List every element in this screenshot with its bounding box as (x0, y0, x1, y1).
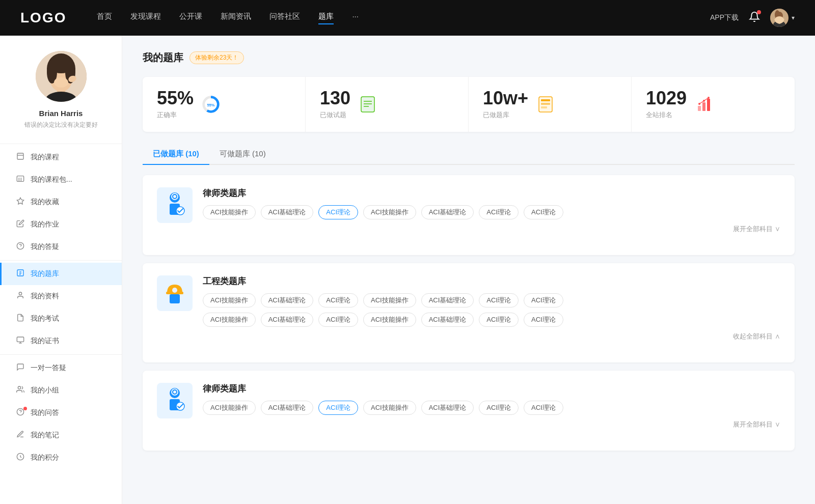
tag-eng-2-3[interactable]: ACI技能操作 (363, 313, 416, 327)
qbank-card-lawyer-1-header: 律师类题库 ACI技能操作 ACI基础理论 ACI理论 ACI技能操作 ACI基… (157, 187, 780, 234)
tag-eng-2-0[interactable]: ACI技能操作 (203, 313, 256, 327)
tag-eng-1-2[interactable]: ACI理论 (318, 293, 358, 307)
svg-rect-47 (541, 103, 550, 105)
sidebar-item-one-on-one[interactable]: 一对一答疑 (0, 357, 122, 379)
points-icon (15, 453, 25, 463)
sidebar-item-my-qa[interactable]: 我的问答 (0, 402, 122, 424)
trial-badge: 体验剩余23天！ (189, 51, 244, 64)
sidebar-item-group[interactable]: 我的小组 (0, 379, 122, 402)
tag-lawyer-1-4[interactable]: ACI基础理论 (421, 205, 474, 219)
header: LOGO 首页 发现课程 公开课 新闻资讯 问答社区 题库 ··· APP下载 (0, 0, 815, 36)
user-avatar-container[interactable]: ▾ (770, 9, 795, 27)
tag-eng-2-1[interactable]: ACI基础理论 (261, 313, 314, 327)
sidebar-label-profile: 我的资料 (31, 292, 59, 301)
notes-icon (15, 430, 25, 440)
notification-bell[interactable] (749, 11, 760, 24)
qbank-title-lawyer-2: 律师类题库 (203, 383, 780, 395)
profile-name: Brian Harris (39, 109, 83, 118)
stat-accuracy-text: 55% 正确率 (157, 89, 194, 120)
nav-qbank[interactable]: 题库 (318, 12, 334, 24)
nav-more[interactable]: ··· (352, 12, 359, 24)
sidebar-item-notes[interactable]: 我的笔记 (0, 424, 122, 446)
sidebar-item-qa[interactable]: 我的答疑 (0, 236, 122, 258)
expand-lawyer-2[interactable]: 展开全部科目 ∨ (203, 420, 780, 429)
nav-home[interactable]: 首页 (97, 12, 112, 24)
expand-engineer[interactable]: 收起全部科目 ∧ (203, 332, 780, 341)
tag-lawyer-1-5[interactable]: ACI理论 (479, 205, 519, 219)
sidebar-label-favorites: 我的收藏 (31, 198, 59, 207)
qbank-icon (15, 269, 25, 279)
sidebar-item-profile[interactable]: 我的资料 (0, 285, 122, 307)
nav-news[interactable]: 新闻资讯 (221, 12, 251, 24)
sidebar-item-certificate[interactable]: 我的证书 (0, 330, 122, 352)
sidebar: Brian Harris 错误的决定比没有决定要好 我的课程 我的课程包... (0, 36, 122, 504)
tab-done-banks[interactable]: 已做题库 (10) (143, 144, 209, 165)
accuracy-donut-icon: 55% (201, 94, 221, 115)
tag-eng-1-1[interactable]: ACI基础理论 (261, 293, 314, 307)
nav-discover[interactable]: 发现课程 (130, 12, 161, 24)
tab-available-banks[interactable]: 可做题库 (10) (209, 144, 276, 165)
expand-lawyer-1[interactable]: 展开全部科目 ∨ (203, 225, 780, 234)
tag-lawyer-2-6[interactable]: ACI理论 (524, 401, 563, 415)
tag-eng-2-2[interactable]: ACI理论 (318, 313, 358, 327)
tag-eng-1-5[interactable]: ACI理论 (479, 293, 519, 307)
nav-open-course[interactable]: 公开课 (179, 12, 202, 24)
one-on-one-icon (15, 363, 25, 373)
svg-rect-28 (17, 337, 23, 342)
tag-lawyer-2-1[interactable]: ACI基础理论 (261, 401, 314, 415)
sidebar-menu: 我的课程 我的课程包... 我的收藏 我的作业 (0, 146, 122, 469)
svg-text:55%: 55% (207, 103, 214, 107)
sidebar-item-homework[interactable]: 我的作业 (0, 213, 122, 236)
chevron-down-icon: ▾ (792, 14, 795, 21)
tag-lawyer-2-3[interactable]: ACI技能操作 (363, 401, 416, 415)
sidebar-label-homework: 我的作业 (31, 220, 59, 229)
qbank-card-lawyer-1-body: 律师类题库 ACI技能操作 ACI基础理论 ACI理论 ACI技能操作 ACI基… (203, 187, 780, 234)
my-course-icon (15, 152, 25, 162)
svg-point-59 (173, 195, 176, 198)
sidebar-label-notes: 我的笔记 (31, 431, 59, 440)
sidebar-item-qbank[interactable]: 我的题库 (0, 263, 122, 285)
qa-notification-dot (23, 407, 27, 410)
svg-marker-20 (17, 198, 23, 204)
qbank-card-engineer-header: 工程类题库 ACI技能操作 ACI基础理论 ACI理论 ACI技能操作 ACI基… (157, 275, 780, 341)
tag-lawyer-2-4[interactable]: ACI基础理论 (421, 401, 474, 415)
sidebar-item-points[interactable]: 我的积分 (0, 446, 122, 469)
doc-icon (358, 94, 378, 115)
tag-lawyer-1-0[interactable]: ACI技能操作 (203, 205, 256, 219)
svg-point-54 (708, 97, 710, 99)
svg-point-27 (19, 292, 21, 295)
tag-eng-2-6[interactable]: ACI理论 (524, 313, 563, 327)
sidebar-item-my-course[interactable]: 我的课程 (0, 146, 122, 169)
tag-lawyer-1-3[interactable]: ACI技能操作 (363, 205, 416, 219)
tag-eng-2-5[interactable]: ACI理论 (479, 313, 519, 327)
sidebar-label-course-package: 我的课程包... (31, 175, 72, 184)
tag-eng-1-6[interactable]: ACI理论 (524, 293, 563, 307)
favorites-icon (15, 197, 25, 207)
course-package-icon (15, 175, 25, 185)
tag-lawyer-1-6[interactable]: ACI理论 (524, 205, 563, 219)
tag-eng-1-4[interactable]: ACI基础理论 (421, 293, 474, 307)
tag-lawyer-2-5[interactable]: ACI理论 (479, 401, 519, 415)
sidebar-divider-1 (0, 260, 122, 261)
sidebar-item-exam[interactable]: 我的考试 (0, 307, 122, 330)
sidebar-divider-2 (0, 354, 122, 355)
app-download-button[interactable]: APP下载 (710, 13, 739, 22)
engineer-icon (157, 275, 193, 311)
tags-row-lawyer-1: ACI技能操作 ACI基础理论 ACI理论 ACI技能操作 ACI基础理论 AC… (203, 205, 780, 219)
tag-lawyer-2-0[interactable]: ACI技能操作 (203, 401, 256, 415)
sidebar-item-course-package[interactable]: 我的课程包... (0, 169, 122, 191)
svg-point-10 (48, 57, 74, 73)
qbank-card-lawyer-2: 律师类题库 ACI技能操作 ACI基础理论 ACI理论 ACI技能操作 ACI基… (143, 371, 795, 451)
tag-lawyer-2-2[interactable]: ACI理论 (318, 401, 358, 415)
tag-eng-1-0[interactable]: ACI技能操作 (203, 293, 256, 307)
avatar (770, 9, 789, 27)
tag-eng-2-4[interactable]: ACI基础理论 (421, 313, 474, 327)
tag-eng-1-3[interactable]: ACI技能操作 (363, 293, 416, 307)
sidebar-item-favorites[interactable]: 我的收藏 (0, 191, 122, 213)
stat-rank-value: 1029 (646, 89, 687, 107)
nav-qa[interactable]: 问答社区 (269, 12, 300, 24)
tag-lawyer-1-1[interactable]: ACI基础理论 (261, 205, 314, 219)
tag-lawyer-1-2[interactable]: ACI理论 (318, 205, 358, 219)
svg-rect-39 (361, 97, 374, 112)
stat-rank-text: 1029 全站排名 (646, 89, 687, 120)
